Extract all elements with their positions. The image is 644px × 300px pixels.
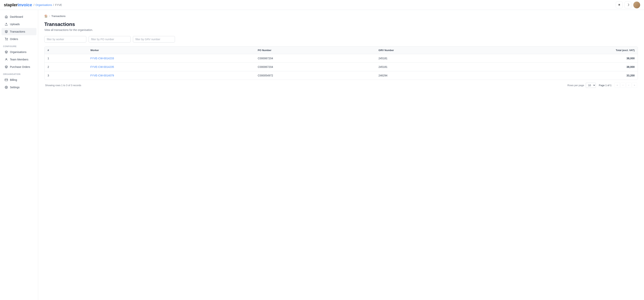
next-page-button[interactable]: › bbox=[626, 83, 632, 88]
cell-total: 38,000 bbox=[497, 54, 638, 63]
svg-marker-6 bbox=[5, 66, 8, 67]
logo: staplerinvoice bbox=[4, 2, 32, 7]
sidebar-label-team-members: Team Members bbox=[10, 58, 28, 61]
svg-point-3 bbox=[7, 40, 8, 40]
col-total: Total (excl. VAT) bbox=[497, 46, 638, 54]
rows-per-page-label: Rows per page bbox=[568, 84, 584, 87]
cell-worker: FYVE-CW-0014235 bbox=[87, 63, 254, 71]
col-po: PO Number bbox=[255, 46, 376, 54]
cell-num: 1 bbox=[44, 54, 87, 63]
breadcrumb-org-name: FYVE bbox=[55, 3, 62, 6]
cell-total: 33,200 bbox=[497, 71, 638, 80]
worker-link[interactable]: FYVE-CW-0014233 bbox=[90, 57, 114, 60]
sidebar-item-settings[interactable]: Settings bbox=[2, 84, 36, 91]
transactions-table-wrapper: # Worker PO Number GRV Number Total (exc… bbox=[44, 46, 638, 80]
prev-page-button[interactable]: ‹ bbox=[620, 83, 626, 88]
cell-po: C000067204 bbox=[255, 54, 376, 63]
sidebar-label-purchase-orders: Purchase Orders bbox=[10, 65, 30, 68]
rows-per-page-select[interactable]: 10 25 50 bbox=[586, 83, 596, 88]
svg-rect-7 bbox=[5, 79, 8, 81]
pagination-right: Rows per page 10 25 50 Page 1 of 1 « ‹ ›… bbox=[568, 83, 637, 88]
breadcrumb-sep1: / bbox=[34, 3, 34, 6]
configure-section-label: Configure bbox=[0, 43, 38, 48]
topnav-left: staplerinvoice / Organisations / FYVE bbox=[4, 2, 62, 7]
filter-grv-input[interactable] bbox=[133, 36, 175, 42]
cell-po: C000067204 bbox=[255, 63, 376, 71]
layers-icon bbox=[4, 30, 8, 33]
organisation-section-label: Organisation bbox=[0, 71, 38, 76]
svg-point-9 bbox=[6, 87, 7, 88]
topnav: staplerinvoice / Organisations / FYVE ☀ … bbox=[0, 0, 644, 10]
worker-link[interactable]: FYVE-CW-0014079 bbox=[90, 74, 114, 77]
po-layers-icon bbox=[4, 65, 8, 69]
page-breadcrumb: 🏠 › Transactions bbox=[44, 14, 638, 17]
sidebar-item-uploads[interactable]: Uploads bbox=[2, 20, 36, 28]
logo-part2: invoice bbox=[18, 2, 32, 7]
cell-grv: 245181 bbox=[376, 54, 497, 63]
avatar-image bbox=[633, 1, 640, 8]
sidebar-label-orders: Orders bbox=[10, 37, 18, 41]
breadcrumb-orgs-link[interactable]: Organisations bbox=[36, 3, 52, 6]
breadcrumb-arrow: › bbox=[49, 15, 50, 17]
main-content: 🏠 › Transactions Transactions View all t… bbox=[38, 10, 644, 93]
sidebar-item-team-members[interactable]: Team Members bbox=[2, 56, 36, 63]
page-nav: « ‹ › » bbox=[614, 83, 637, 88]
filter-worker-input[interactable] bbox=[44, 36, 86, 42]
topnav-right: ☀ ☽ bbox=[616, 1, 640, 8]
table-footer: Showing rows 1 to 3 of 3 records Rows pe… bbox=[44, 80, 638, 89]
cell-worker: FYVE-CW-0014233 bbox=[87, 54, 254, 63]
worker-link[interactable]: FYVE-CW-0014235 bbox=[90, 65, 114, 68]
cart-icon bbox=[4, 37, 8, 41]
table-row: 2 FYVE-CW-0014235 C000067204 245181 38,0… bbox=[44, 63, 638, 71]
cell-grv: 246294 bbox=[376, 71, 497, 80]
dark-mode-button[interactable]: ☽ bbox=[624, 1, 632, 8]
page-info: Page 1 of 1 bbox=[599, 84, 612, 87]
table-row: 3 FYVE-CW-0014079 C000054972 246294 33,2… bbox=[44, 71, 638, 80]
svg-point-2 bbox=[6, 40, 6, 40]
layout: Dashboard Uploads Transactions Orders Co… bbox=[0, 10, 644, 93]
last-page-button[interactable]: » bbox=[632, 83, 637, 88]
sidebar: Dashboard Uploads Transactions Orders Co… bbox=[0, 10, 38, 93]
col-grv: GRV Number bbox=[376, 46, 497, 54]
rows-per-page-control: Rows per page 10 25 50 bbox=[568, 83, 596, 88]
showing-records: Showing rows 1 to 3 of 3 records bbox=[45, 84, 81, 87]
col-worker: Worker bbox=[87, 46, 254, 54]
filter-po-input[interactable] bbox=[88, 36, 131, 42]
light-mode-button[interactable]: ☀ bbox=[616, 1, 622, 8]
transactions-table: # Worker PO Number GRV Number Total (exc… bbox=[44, 46, 638, 80]
filters-row bbox=[44, 36, 638, 42]
svg-point-5 bbox=[6, 58, 7, 59]
avatar[interactable] bbox=[633, 1, 640, 8]
table-row: 1 FYVE-CW-0014233 C000067204 245181 38,0… bbox=[44, 54, 638, 63]
topnav-breadcrumb: / Organisations / FYVE bbox=[34, 3, 62, 6]
col-num: # bbox=[44, 46, 87, 54]
cell-num: 2 bbox=[44, 63, 87, 71]
breadcrumb-current: Transactions bbox=[51, 15, 66, 17]
cell-worker: FYVE-CW-0014079 bbox=[87, 71, 254, 80]
sidebar-item-orders[interactable]: Orders bbox=[2, 35, 36, 43]
sidebar-label-organisations: Organisations bbox=[10, 50, 26, 54]
sidebar-item-dashboard[interactable]: Dashboard bbox=[2, 13, 36, 20]
card-icon bbox=[4, 78, 8, 82]
sidebar-label-billing: Billing bbox=[10, 78, 17, 81]
svg-marker-4 bbox=[5, 51, 8, 52]
cell-total: 38,000 bbox=[497, 63, 638, 71]
upload-icon bbox=[4, 22, 8, 26]
cell-po: C000054972 bbox=[255, 71, 376, 80]
svg-marker-1 bbox=[5, 30, 8, 32]
page-subtitle: View all transactions for the organisati… bbox=[44, 28, 638, 31]
first-page-button[interactable]: « bbox=[614, 83, 620, 88]
table-header-row: # Worker PO Number GRV Number Total (exc… bbox=[44, 46, 638, 54]
home-breadcrumb-icon[interactable]: 🏠 bbox=[44, 14, 48, 17]
sidebar-item-organisations[interactable]: Organisations bbox=[2, 48, 36, 56]
org-layers-icon bbox=[4, 50, 8, 54]
house-icon bbox=[4, 15, 8, 18]
breadcrumb-sep2: / bbox=[53, 3, 54, 6]
sidebar-item-transactions[interactable]: Transactions bbox=[2, 28, 36, 35]
sidebar-item-purchase-orders[interactable]: Purchase Orders bbox=[2, 63, 36, 71]
cell-grv: 245181 bbox=[376, 63, 497, 71]
sidebar-item-billing[interactable]: Billing bbox=[2, 76, 36, 83]
sidebar-label-uploads: Uploads bbox=[10, 23, 20, 26]
logo-part1: stapler bbox=[4, 2, 18, 7]
page-title: Transactions bbox=[44, 21, 638, 27]
